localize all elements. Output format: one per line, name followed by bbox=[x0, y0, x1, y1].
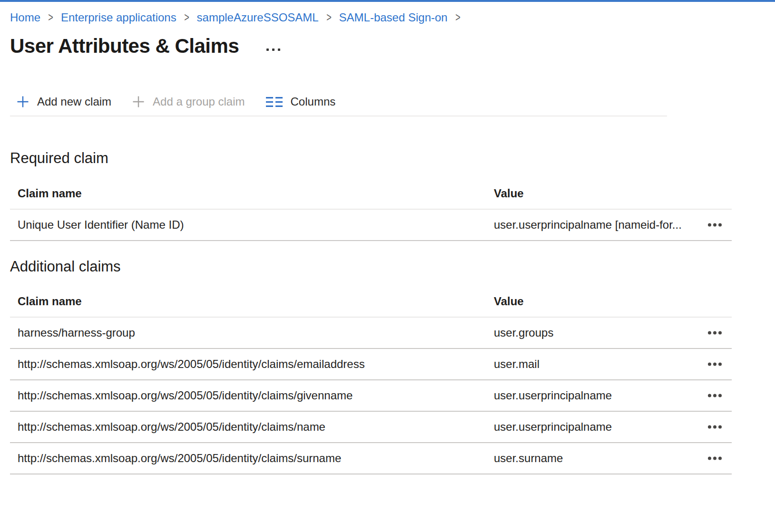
table-row[interactable]: http://schemas.xmlsoap.org/ws/2005/05/id… bbox=[10, 443, 732, 474]
claim-name-cell: harness/harness-group bbox=[18, 326, 135, 339]
columns-button[interactable]: Columns bbox=[259, 95, 336, 108]
plus-icon bbox=[17, 96, 29, 108]
breadcrumb-enterprise-applications[interactable]: Enterprise applications bbox=[61, 10, 177, 25]
command-bar: Add new claim Add a group claim Columns bbox=[10, 90, 335, 113]
table-row[interactable]: http://schemas.xmlsoap.org/ws/2005/05/id… bbox=[10, 412, 732, 443]
page-title: User Attributes & Claims bbox=[10, 33, 239, 59]
required-claims-table: Claim name Value Unique User Identifier … bbox=[10, 178, 732, 241]
add-new-claim-button[interactable]: Add new claim bbox=[10, 95, 111, 108]
breadcrumb: Home > Enterprise applications > sampleA… bbox=[10, 10, 468, 25]
section-heading-additional-claims: Additional claims bbox=[10, 257, 121, 277]
breadcrumb-saml-based-sign-on[interactable]: SAML-based Sign-on bbox=[339, 10, 448, 25]
claim-value-cell: user.userprincipalname bbox=[494, 389, 612, 402]
row-menu-button[interactable] bbox=[708, 453, 722, 464]
ellipsis-icon bbox=[708, 363, 711, 366]
ellipsis-icon bbox=[266, 48, 269, 51]
claim-name-cell: http://schemas.xmlsoap.org/ws/2005/05/id… bbox=[18, 452, 341, 465]
claim-value-cell: user.userprincipalname [nameid-for... bbox=[494, 218, 682, 232]
claim-value-cell: user.mail bbox=[494, 358, 540, 371]
claim-value-cell: user.surname bbox=[494, 452, 563, 465]
row-menu-button[interactable] bbox=[708, 328, 722, 339]
top-accent-bar bbox=[0, 0, 775, 2]
claim-value-cell: user.userprincipalname bbox=[494, 420, 612, 434]
column-header-value: Value bbox=[494, 295, 524, 308]
column-header-claim-name: Claim name bbox=[18, 295, 82, 308]
section-heading-required-claim: Required claim bbox=[10, 148, 108, 168]
toolbar-button-label: Add new claim bbox=[37, 95, 111, 108]
chevron-right-icon: > bbox=[48, 10, 53, 25]
table-row[interactable]: harness/harness-group user.groups bbox=[10, 318, 732, 349]
row-menu-button[interactable] bbox=[708, 422, 722, 433]
row-menu-button[interactable] bbox=[708, 390, 722, 401]
more-options-button[interactable] bbox=[264, 46, 283, 54]
ellipsis-icon bbox=[708, 223, 711, 227]
divider bbox=[10, 116, 667, 116]
table-row[interactable]: Unique User Identifier (Name ID) user.us… bbox=[10, 210, 732, 241]
additional-claims-table: Claim name Value harness/harness-group u… bbox=[10, 286, 732, 474]
page-header: User Attributes & Claims bbox=[10, 33, 283, 59]
breadcrumb-home[interactable]: Home bbox=[10, 10, 40, 25]
ellipsis-icon bbox=[708, 394, 711, 397]
ellipsis-icon bbox=[708, 426, 711, 429]
row-menu-button[interactable] bbox=[708, 359, 722, 370]
chevron-right-icon: > bbox=[326, 10, 332, 25]
claim-name-cell: http://schemas.xmlsoap.org/ws/2005/05/id… bbox=[18, 420, 325, 434]
claim-name-cell: http://schemas.xmlsoap.org/ws/2005/05/id… bbox=[18, 389, 353, 402]
claim-value-cell: user.groups bbox=[494, 326, 553, 339]
toolbar-button-label: Columns bbox=[291, 95, 336, 108]
table-row[interactable]: http://schemas.xmlsoap.org/ws/2005/05/id… bbox=[10, 349, 732, 380]
breadcrumb-sampleazuressosaml[interactable]: sampleAzureSSOSAML bbox=[197, 10, 319, 25]
column-header-claim-name: Claim name bbox=[18, 187, 82, 200]
ellipsis-icon bbox=[708, 457, 711, 460]
table-row[interactable]: http://schemas.xmlsoap.org/ws/2005/05/id… bbox=[10, 380, 732, 412]
plus-icon bbox=[132, 96, 145, 108]
column-header-value: Value bbox=[494, 187, 524, 200]
chevron-right-icon: > bbox=[455, 10, 461, 25]
ellipsis-icon bbox=[708, 331, 711, 335]
table-header-row: Claim name Value bbox=[10, 286, 732, 318]
claim-name-cell: http://schemas.xmlsoap.org/ws/2005/05/id… bbox=[18, 358, 365, 371]
toolbar-button-label: Add a group claim bbox=[153, 95, 245, 108]
add-group-claim-button[interactable]: Add a group claim bbox=[126, 95, 245, 108]
claim-name-cell: Unique User Identifier (Name ID) bbox=[18, 218, 184, 232]
columns-icon bbox=[266, 97, 283, 107]
table-header-row: Claim name Value bbox=[10, 178, 732, 210]
chevron-right-icon: > bbox=[184, 10, 189, 25]
row-menu-button[interactable] bbox=[708, 220, 722, 231]
